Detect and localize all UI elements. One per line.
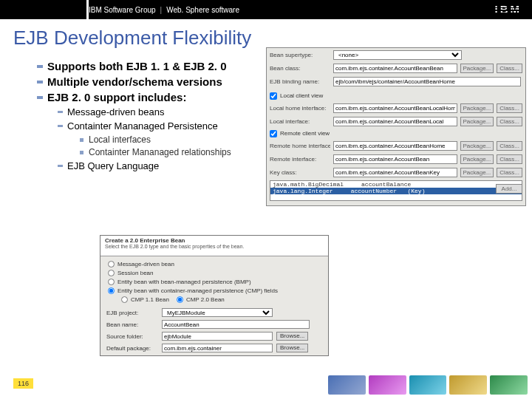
browse-button[interactable]: Browse... (276, 332, 308, 341)
footer-decoration (325, 375, 528, 395)
class-button-6[interactable]: Class... (497, 168, 522, 177)
package-button-5[interactable]: Package... (460, 154, 494, 164)
create-bean-wizard: Create a 2.0 Enterprise Bean Select the … (100, 235, 329, 356)
local-intf-input[interactable] (333, 117, 457, 126)
package-button-4[interactable]: Package... (460, 141, 494, 151)
header-group: IBM Software Group (89, 6, 156, 14)
local-view-checkbox[interactable] (270, 92, 277, 100)
key-class-label: Key class: (270, 169, 330, 176)
project-select[interactable]: MyEJBModule (162, 308, 273, 317)
bean-properties-panel: Bean supertype: <none> Bean class: Packa… (266, 47, 526, 206)
local-view-label: Local client view (280, 92, 323, 99)
package-button-2[interactable]: Package... (460, 103, 494, 113)
package-button-3[interactable]: Package... (460, 117, 494, 126)
remote-home-input[interactable] (333, 141, 457, 151)
package-button-6[interactable]: Package... (460, 168, 494, 177)
remote-view-label: Remote client view (280, 130, 330, 137)
header-separator: | (160, 6, 163, 14)
table-row[interactable]: java.math.BigDecimal accountBalance (270, 181, 522, 188)
radio-bmp[interactable]: Entity bean with bean-managed persistenc… (108, 277, 321, 286)
local-home-label: Local home interface: (270, 105, 330, 112)
local-home-input[interactable] (333, 103, 457, 113)
local-intf-label: Local interface: (270, 118, 330, 125)
source-folder-label: Source folder: (106, 333, 158, 340)
bean-supertype-select[interactable]: <none> (333, 50, 462, 60)
wizard-title: Create a 2.0 Enterprise Bean (105, 237, 324, 244)
remote-view-checkbox[interactable] (270, 130, 277, 137)
radio-cmp20[interactable]: CMP 2.0 Bean (177, 295, 225, 304)
header-accent (86, 0, 89, 19)
radio-cmp[interactable]: Entity bean with container-managed persi… (108, 286, 321, 295)
radio-cmp11[interactable]: CMP 1.1 Bean (121, 295, 169, 304)
remote-intf-input[interactable] (333, 154, 457, 164)
class-button-4[interactable]: Class... (497, 141, 522, 151)
bean-supertype-label: Bean supertype: (270, 52, 330, 58)
source-folder-input[interactable] (162, 332, 273, 341)
table-row[interactable]: java.lang.Integer accountNumber (Key) (270, 188, 522, 194)
radio-session[interactable]: Session bean (108, 268, 321, 277)
remote-intf-label: Remote interface: (270, 156, 330, 163)
key-class-input[interactable] (333, 168, 457, 177)
project-label: EJB project: (106, 310, 158, 316)
cmp-fields-table[interactable]: java.math.BigDecimal accountBalance java… (270, 180, 522, 201)
remote-home-label: Remote home interface: (270, 143, 330, 149)
package-label: Default package: (106, 345, 158, 352)
radio-mdb[interactable]: Message-driven bean (108, 259, 321, 268)
add-button[interactable]: Add... (496, 184, 522, 194)
slide-title: EJB Development Flexibility (13, 27, 532, 50)
wizard-subtitle: Select the EJB 2.0 type and the basic pr… (105, 244, 324, 249)
bean-class-label: Bean class: (270, 65, 330, 72)
package-button[interactable]: Package... (460, 64, 494, 73)
class-button-2[interactable]: Class... (497, 103, 522, 113)
bean-class-input[interactable] (333, 64, 457, 73)
binding-name-label: EJB binding name: (270, 78, 330, 85)
header-bar: IBM Software Group | Web. Sphere softwar… (0, 0, 532, 19)
header-product: Web. Sphere software (166, 6, 239, 14)
bean-name-label: Bean name: (106, 321, 158, 328)
class-button[interactable]: Class... (497, 64, 522, 73)
page-number: 116 (13, 378, 33, 389)
ibm-logo: IBM (495, 3, 522, 16)
binding-name-input[interactable] (333, 77, 521, 86)
class-button-3[interactable]: Class... (497, 117, 522, 126)
bean-name-input[interactable] (162, 320, 310, 329)
class-button-5[interactable]: Class... (497, 154, 522, 164)
browse-button-2[interactable]: Browse... (276, 344, 308, 352)
package-input[interactable] (162, 344, 273, 352)
